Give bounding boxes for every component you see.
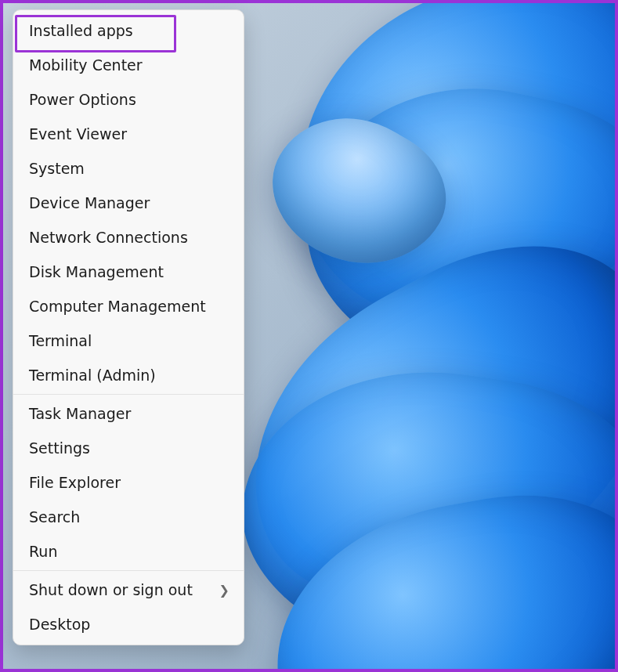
menu-item-label: Mobility Center [29,56,143,74]
menu-item-event-viewer[interactable]: Event Viewer [13,117,244,151]
menu-separator [13,394,244,395]
menu-item-terminal[interactable]: Terminal [13,323,244,358]
menu-item-device-manager[interactable]: Device Manager [13,186,244,220]
menu-item-power-options[interactable]: Power Options [13,82,244,117]
winx-context-menu[interactable]: Installed appsMobility CenterPower Optio… [13,9,244,645]
menu-item-label: Terminal (Admin) [29,367,156,384]
menu-item-label: Terminal [29,332,92,349]
menu-item-file-explorer[interactable]: File Explorer [13,465,244,500]
menu-item-desktop[interactable]: Desktop [13,607,244,641]
menu-item-disk-management[interactable]: Disk Management [13,255,244,289]
chevron-right-icon: ❯ [219,583,229,598]
menu-item-label: File Explorer [29,474,121,491]
menu-item-label: Settings [29,439,90,457]
menu-item-system[interactable]: System [13,151,244,186]
menu-item-installed-apps[interactable]: Installed apps [13,13,244,48]
menu-item-label: Task Manager [29,405,131,422]
menu-item-label: Disk Management [29,263,164,280]
menu-item-label: Device Manager [29,194,150,211]
menu-item-network-connections[interactable]: Network Connections [13,220,244,255]
menu-item-computer-management[interactable]: Computer Management [13,289,244,323]
menu-item-terminal-admin[interactable]: Terminal (Admin) [13,358,244,392]
menu-item-shut-down-or-sign-out[interactable]: Shut down or sign out❯ [13,573,244,607]
menu-item-run[interactable]: Run [13,534,244,569]
screenshot-frame: Installed appsMobility CenterPower Optio… [0,0,618,672]
menu-item-label: Desktop [29,616,90,633]
menu-item-label: Search [29,508,80,526]
menu-item-label: Installed apps [29,22,133,39]
menu-separator [13,570,244,571]
menu-item-mobility-center[interactable]: Mobility Center [13,48,244,82]
menu-item-label: Run [29,543,57,560]
menu-item-search[interactable]: Search [13,500,244,534]
menu-item-label: Computer Management [29,298,206,315]
menu-item-settings[interactable]: Settings [13,431,244,465]
menu-item-label: Power Options [29,91,136,108]
menu-item-label: Shut down or sign out [29,581,193,598]
menu-item-label: System [29,160,85,177]
menu-item-task-manager[interactable]: Task Manager [13,396,244,431]
menu-item-label: Network Connections [29,229,188,246]
menu-item-label: Event Viewer [29,125,127,143]
